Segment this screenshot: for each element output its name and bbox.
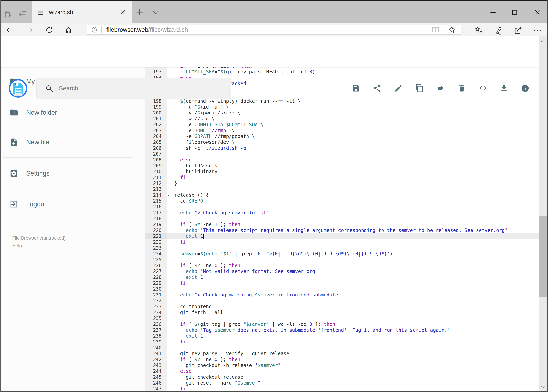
code-line[interactable]: 214▾release () { (145, 192, 548, 198)
code-line[interactable]: 234 git fetch --all (145, 310, 548, 315)
code-line[interactable]: 232 (145, 298, 548, 304)
sidebar-item-new-folder[interactable]: New folder (0, 103, 145, 122)
code-line[interactable]: 207 (145, 151, 548, 157)
address-bar[interactable]: filebrowser.web/files/wizard.sh (87, 25, 461, 35)
refresh-button[interactable] (45, 26, 53, 34)
set-tabs-aside-icon[interactable] (18, 10, 28, 19)
code-line[interactable]: 200 -v /$(pwd):/src:z \ (145, 110, 548, 116)
code-line[interactable]: 229 fi (145, 280, 548, 286)
more-options-icon[interactable] (533, 28, 542, 32)
code-line[interactable]: if [ -d /src/.git ]; then (145, 67, 548, 69)
scroll-down-icon[interactable] (539, 384, 548, 390)
search-box[interactable] (36, 78, 231, 99)
sidebar-item-logout[interactable]: Logout (0, 194, 145, 214)
scrollbar-thumb[interactable] (539, 216, 548, 297)
code-line[interactable]: 198 $(command -v winpty) docker run --rm… (145, 98, 548, 104)
code-line[interactable]: 227 echo "Not valid semver format. See s… (145, 268, 548, 274)
indent-guide (180, 110, 180, 116)
tab-list-chevron-icon[interactable] (152, 10, 160, 15)
code-line[interactable]: 231 echo "> Checking matching $semver in… (145, 292, 548, 298)
tab-preview-icon[interactable] (4, 10, 13, 19)
code-line[interactable]: 206 sh -c "./wizard.sh -b" (145, 145, 548, 151)
code-line[interactable]: 213 (145, 186, 548, 192)
code-line[interactable]: 223 (145, 245, 548, 251)
scroll-up-icon[interactable] (539, 38, 548, 44)
code-line[interactable]: 246 git reset --hard "$semver" (145, 380, 548, 386)
window-close-button[interactable] (527, 5, 547, 20)
browser-tab[interactable]: wizard.sh (32, 1, 132, 23)
code-line[interactable]: 218 (145, 216, 548, 222)
code-line[interactable]: 203 -e HOME="//tmp" \ (145, 128, 548, 133)
code-line[interactable]: 201 -w //src \ (145, 116, 548, 122)
filebrowser-logo[interactable] (9, 79, 28, 98)
code-line[interactable]: 241 git rev-parse --verify --quiet relea… (145, 351, 548, 357)
new-tab-button[interactable] (136, 8, 144, 16)
code-line[interactable]: 211 fi (145, 175, 548, 181)
code-line[interactable]: 240 (145, 345, 548, 351)
reading-view-icon[interactable] (431, 26, 440, 34)
window-minimize-button[interactable] (483, 5, 503, 20)
edit-icon[interactable] (394, 84, 403, 93)
line-number: 226 (145, 263, 167, 268)
code-line[interactable]: 247 fi (145, 386, 548, 392)
code-view-icon[interactable] (479, 84, 487, 93)
code-line[interactable]: 228 exit 1 (145, 274, 548, 280)
code-line[interactable]: 208 else (145, 157, 548, 163)
add-favorite-star-icon[interactable] (448, 26, 456, 34)
hub-favorites-icon[interactable] (474, 26, 483, 34)
code-line[interactable]: 233 cd frontend (145, 304, 548, 310)
code-line[interactable]: 215 cd $REPO (145, 198, 548, 204)
code-line[interactable]: 239 fi (145, 339, 548, 345)
code-line[interactable]: 212} (145, 181, 548, 186)
back-button[interactable] (6, 26, 14, 34)
code-line[interactable]: 222 fi (145, 239, 548, 245)
code-line[interactable]: 210 buildBinary (145, 169, 548, 175)
page-scrollbar[interactable] (539, 36, 548, 392)
forward-button[interactable] (25, 26, 34, 34)
tab-close-icon[interactable] (119, 8, 127, 16)
copy-icon[interactable] (415, 84, 424, 93)
code-line[interactable]: 237 echo "Tag $semver does not exist in … (145, 327, 548, 333)
code-line[interactable]: 217 echo "> Checking semver format" (145, 210, 548, 216)
app-version-link[interactable]: File Browser v(untracked) (12, 235, 66, 241)
delete-icon[interactable] (458, 84, 466, 93)
share-icon[interactable] (514, 26, 522, 35)
help-link[interactable]: Help (12, 243, 22, 249)
code-line[interactable]: 220 echo "This release script requires a… (145, 227, 548, 233)
code-line[interactable]: 242 if [ $? -ne 0 ]; then (145, 357, 548, 363)
info-icon[interactable] (521, 84, 529, 93)
code-line[interactable]: 226 if [ $? -ne 0 ]; then (145, 263, 548, 268)
sidebar-item-new-file[interactable]: New file (0, 133, 145, 152)
code-line[interactable]: 230 (145, 286, 548, 292)
sidebar-item-settings[interactable]: Settings (0, 164, 145, 183)
code-line[interactable]: 202 -e COMMIT_SHA=$COMMIT_SHA \ (145, 122, 548, 128)
code-line[interactable]: 243 git checkout -b release "$semver" (145, 363, 548, 368)
window-maximize-button[interactable] (505, 5, 524, 20)
code-line[interactable]: 199 -u "$(id -u)" \ (145, 104, 548, 110)
code-line[interactable]: 238 exit 1 (145, 333, 548, 339)
code-editor[interactable]: if [ -d /src/.git ]; then193 COMMIT_SHA=… (145, 67, 548, 392)
code-line[interactable]: 224 semver=$(echo "$1" | grep -P '^v(0|[… (145, 251, 548, 257)
save-icon[interactable] (352, 84, 360, 93)
share-file-icon[interactable] (373, 84, 382, 93)
home-button[interactable] (64, 26, 73, 34)
search-input[interactable] (58, 85, 231, 92)
code-line[interactable]: 219 if [ $# -ne 1 ]; then (145, 222, 548, 227)
download-icon[interactable] (500, 84, 508, 93)
annotate-pen-icon[interactable] (494, 26, 503, 35)
code-line[interactable]: 216 (145, 204, 548, 210)
code-line[interactable]: 225 (145, 257, 548, 263)
code-line[interactable]: 244 else (145, 368, 548, 374)
code-line[interactable]: 236 if [ $(git tag | grep "$semver" | wc… (145, 321, 548, 327)
code-line[interactable]: 221 exit 1 (145, 233, 548, 239)
code-area[interactable]: if [ -d /src/.git ]; then193 COMMIT_SHA=… (145, 67, 548, 392)
url-text[interactable]: filebrowser.web/files/wizard.sh (106, 26, 188, 33)
code-line[interactable]: 193 COMMIT_SHA="$(git rev-parse HEAD | c… (145, 69, 548, 75)
code-line[interactable]: 209 buildAssets (145, 163, 548, 169)
site-info-icon[interactable] (91, 26, 98, 33)
code-line[interactable]: 204 -e GOPATH=//tmp/gopath \ (145, 133, 548, 139)
code-line[interactable]: 235 (145, 315, 548, 321)
code-line[interactable]: 205 filebrowser/dev \ (145, 139, 548, 145)
move-icon[interactable] (436, 84, 445, 93)
code-line[interactable]: 245 git checkout release (145, 374, 548, 380)
